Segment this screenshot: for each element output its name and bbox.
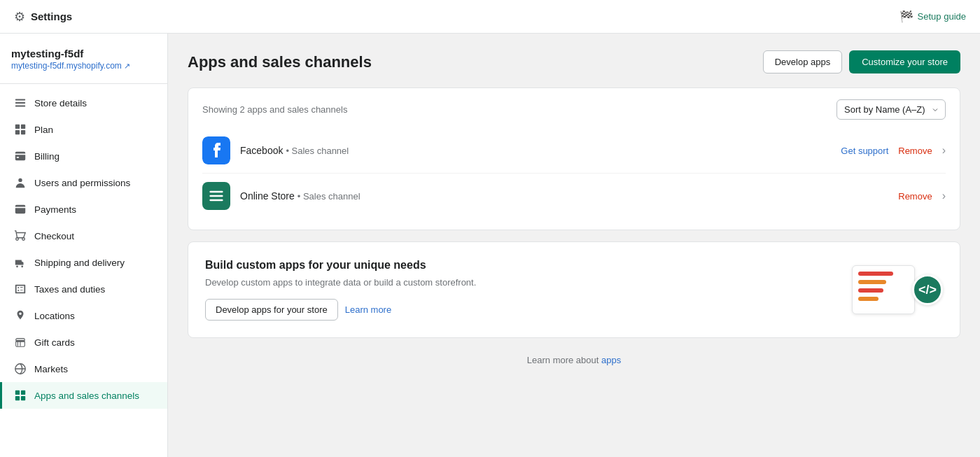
topbar: ⚙ Settings 🏁 Setup guide: [0, 0, 980, 34]
svg-rect-4: [16, 340, 25, 342]
sidebar-item-label: Checkout: [34, 231, 74, 241]
sidebar-item-label: Taxes and duties: [34, 284, 105, 295]
custom-card-description: Develop custom apps to integrate data or…: [205, 277, 597, 288]
facebook-app-name: Facebook • Sales channel: [240, 145, 349, 156]
sidebar-divider: [0, 83, 167, 84]
store-url-text: mytesting-f5df.myshopify.com: [11, 61, 122, 71]
header-actions: Develop apps Customize your store: [763, 50, 960, 73]
locations-icon: [13, 309, 27, 323]
online-store-app-name: Online Store • Sales channel: [240, 190, 360, 202]
online-store-chevron-icon[interactable]: ›: [942, 190, 946, 202]
sidebar-item-gift-cards[interactable]: Gift cards: [0, 329, 167, 356]
illus-line-3: [858, 288, 883, 293]
svg-rect-0: [15, 125, 20, 129]
apps-list-header: Showing 2 apps and sales channels Sort b…: [202, 99, 946, 120]
sidebar-item-label: Store details: [34, 98, 87, 108]
setup-guide-label: Setup guide: [918, 11, 966, 22]
facebook-remove-link[interactable]: Remove: [898, 146, 932, 156]
app-row-online-store: Online Store • Sales channel Remove ›: [202, 174, 946, 218]
facebook-get-support-link[interactable]: Get support: [841, 146, 888, 156]
facebook-chevron-icon[interactable]: ›: [942, 144, 946, 157]
users-icon: [13, 176, 27, 190]
custom-apps-illustration: </>: [852, 262, 943, 318]
svg-rect-9: [21, 396, 25, 400]
apps-count-text: Showing 2 apps and sales channels: [202, 104, 347, 115]
facebook-app-actions: Get support Remove ›: [841, 144, 946, 157]
page-header: Apps and sales channels Develop apps Cus…: [188, 50, 960, 73]
flag-icon: 🏁: [899, 10, 913, 23]
topbar-left: ⚙ Settings: [14, 9, 72, 24]
facebook-app-type: • Sales channel: [286, 146, 349, 156]
store-url-link[interactable]: mytesting-f5df.myshopify.com ↗: [0, 61, 167, 80]
sidebar-item-taxes-duties[interactable]: Taxes and duties: [0, 276, 167, 302]
svg-rect-6: [15, 391, 20, 395]
online-store-app-actions: Remove ›: [898, 190, 946, 202]
learn-more-link[interactable]: Learn more: [345, 304, 391, 315]
illustration-doc: [852, 265, 915, 314]
sidebar-item-label: Plan: [34, 125, 53, 135]
illus-code-icon: </>: [912, 274, 943, 305]
sidebar-item-label: Apps and sales channels: [34, 391, 139, 401]
illus-line-4: [858, 297, 878, 301]
sidebar-item-billing[interactable]: Billing: [0, 143, 167, 169]
sidebar-item-payments[interactable]: Payments: [0, 196, 167, 223]
sidebar-item-plan[interactable]: Plan: [0, 116, 167, 143]
sidebar-item-shipping-delivery[interactable]: Shipping and delivery: [0, 249, 167, 276]
online-store-app-type: • Sales channel: [298, 191, 360, 202]
taxes-icon: [13, 282, 27, 296]
page-title: Apps and sales channels: [188, 53, 372, 71]
sort-select[interactable]: Sort by Name (A–Z) Name (Z–A) Recently u…: [836, 99, 946, 120]
sidebar-item-checkout[interactable]: Checkout: [0, 223, 167, 249]
sidebar-item-markets[interactable]: Markets: [0, 356, 167, 382]
checkout-icon: [13, 229, 27, 243]
plan-icon: [13, 122, 27, 136]
custom-card-title: Build custom apps for your unique needs: [205, 259, 835, 272]
sidebar-item-label: Shipping and delivery: [34, 258, 125, 268]
gift-icon: [13, 335, 27, 349]
sidebar-item-label: Gift cards: [34, 337, 75, 348]
svg-rect-2: [15, 130, 20, 134]
store-name: mytesting-f5df: [0, 45, 167, 61]
svg-rect-7: [21, 391, 25, 395]
svg-rect-8: [15, 396, 20, 400]
app-row-facebook: Facebook • Sales channel Get support Rem…: [202, 128, 946, 174]
apps-link[interactable]: apps: [601, 355, 621, 365]
sidebar-item-store-details[interactable]: Store details: [0, 90, 167, 116]
sidebar-item-label: Payments: [34, 204, 76, 215]
setup-guide-link[interactable]: 🏁 Setup guide: [899, 10, 966, 23]
learn-more-text: Learn more about: [527, 355, 599, 365]
develop-apps-for-store-button[interactable]: Develop apps for your store: [205, 299, 338, 321]
topbar-title: Settings: [31, 10, 72, 22]
main-content: Apps and sales channels Develop apps Cus…: [168, 34, 980, 457]
custom-apps-card: Build custom apps for your unique needs …: [188, 241, 960, 338]
apps-list-card: Showing 2 apps and sales channels Sort b…: [188, 87, 960, 230]
sidebar: mytesting-f5df mytesting-f5df.myshopify.…: [0, 34, 168, 457]
develop-apps-button[interactable]: Develop apps: [763, 50, 843, 73]
learn-more-footer: Learn more about apps: [188, 349, 960, 371]
shipping-icon: [13, 255, 27, 269]
gear-icon: ⚙: [14, 9, 25, 24]
payments-icon: [13, 202, 27, 216]
markets-icon: [13, 362, 27, 376]
billing-icon: [13, 149, 27, 163]
store-icon: [13, 96, 27, 110]
online-store-logo: [202, 182, 230, 210]
facebook-app-info: Facebook • Sales channel: [240, 145, 831, 156]
sidebar-item-label: Billing: [34, 151, 59, 162]
illus-line-2: [858, 280, 886, 284]
sidebar-item-label: Locations: [34, 311, 75, 321]
apps-icon: [13, 388, 27, 402]
facebook-logo: [202, 136, 230, 164]
custom-card-actions: Develop apps for your store Learn more: [205, 299, 835, 321]
sidebar-item-label: Markets: [34, 364, 68, 374]
online-store-remove-link[interactable]: Remove: [898, 191, 932, 202]
svg-rect-3: [21, 130, 25, 134]
online-store-app-info: Online Store • Sales channel: [240, 190, 888, 202]
illus-line-1: [858, 272, 893, 276]
svg-rect-1: [21, 125, 25, 129]
customize-store-button[interactable]: Customize your store: [849, 50, 960, 73]
external-link-icon: ↗: [124, 62, 130, 71]
sidebar-item-locations[interactable]: Locations: [0, 302, 167, 329]
sidebar-item-apps-sales-channels[interactable]: Apps and sales channels: [0, 382, 167, 409]
sidebar-item-users-permissions[interactable]: Users and permissions: [0, 169, 167, 196]
